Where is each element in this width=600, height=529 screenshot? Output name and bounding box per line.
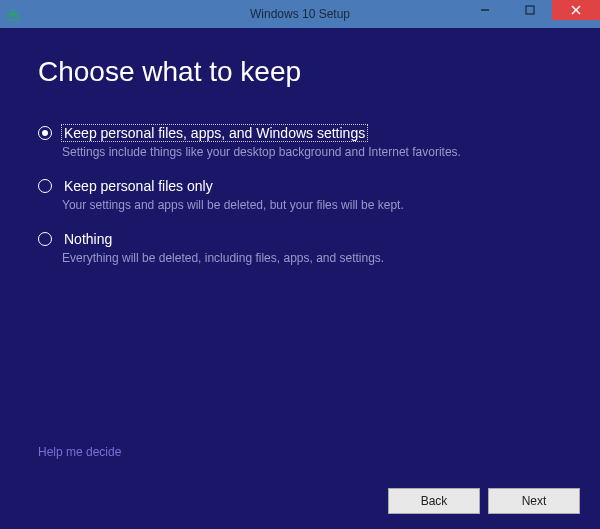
svg-rect-2 <box>526 6 534 14</box>
option-label: Keep personal files only <box>62 178 215 194</box>
app-icon <box>6 6 22 22</box>
option-nothing[interactable]: Nothing Everything will be deleted, incl… <box>38 230 562 265</box>
titlebar: Windows 10 Setup <box>0 0 600 28</box>
option-description: Settings include things like your deskto… <box>62 145 562 159</box>
window-controls <box>462 0 600 28</box>
option-description: Everything will be deleted, including fi… <box>62 251 562 265</box>
radio-icon[interactable] <box>38 179 52 193</box>
radio-icon[interactable] <box>38 126 52 140</box>
option-label: Nothing <box>62 231 114 247</box>
minimize-button[interactable] <box>462 0 507 20</box>
window-title: Windows 10 Setup <box>250 7 350 21</box>
next-button[interactable]: Next <box>488 488 580 514</box>
option-keep-all[interactable]: Keep personal files, apps, and Windows s… <box>38 124 562 159</box>
back-button[interactable]: Back <box>388 488 480 514</box>
option-keep-files[interactable]: Keep personal files only Your settings a… <box>38 177 562 212</box>
option-text: Keep personal files only Your settings a… <box>62 177 562 212</box>
option-label: Keep personal files, apps, and Windows s… <box>62 125 367 141</box>
footer: Back Next <box>0 473 600 529</box>
close-button[interactable] <box>552 0 600 20</box>
maximize-button[interactable] <box>507 0 552 20</box>
option-text: Keep personal files, apps, and Windows s… <box>62 124 562 159</box>
help-link[interactable]: Help me decide <box>38 445 121 459</box>
radio-icon[interactable] <box>38 232 52 246</box>
option-text: Nothing Everything will be deleted, incl… <box>62 230 562 265</box>
page-heading: Choose what to keep <box>38 56 562 88</box>
content-area: Choose what to keep Keep personal files,… <box>0 28 600 473</box>
option-description: Your settings and apps will be deleted, … <box>62 198 562 212</box>
